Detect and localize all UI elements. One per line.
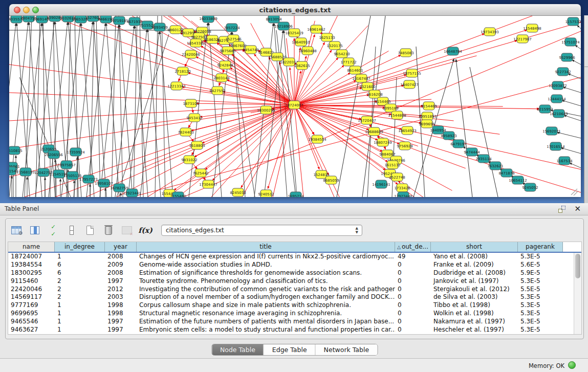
table-row[interactable]: 1830029562008Estimation of significance … <box>8 269 574 277</box>
show-columns-icon[interactable] <box>28 224 41 237</box>
table-cell: Wolkin et al. (1998) <box>431 310 518 318</box>
graph-node-label: 8958923 <box>441 134 456 138</box>
create-column-icon[interactable] <box>83 224 97 237</box>
table-panel: Table Panel ✕ ⚙ ✓✓ f(x) citations_edges.… <box>0 203 588 358</box>
graph-node-label: 18325419 <box>285 31 303 35</box>
table-settings-icon[interactable]: ⚙ <box>10 224 23 237</box>
citation-edge <box>470 67 498 197</box>
float-panel-icon[interactable] <box>558 206 565 213</box>
column-header-in_degree[interactable]: in_degree <box>55 242 105 252</box>
select-columns-icon[interactable]: ✓✓ <box>47 224 60 237</box>
citation-edge <box>241 105 294 188</box>
column-header-pagerank[interactable]: pagerank <box>518 242 563 252</box>
graph-node-label: 17359924 <box>67 150 85 155</box>
graph-node-label: 11568193 <box>16 170 35 174</box>
memory-status-label: Memory: OK <box>529 362 564 369</box>
table-cell: 5.9E-5 <box>518 269 563 277</box>
graph-node-label: 12217987 <box>513 37 532 41</box>
citation-edge <box>577 26 581 29</box>
table-row[interactable]: 1872400712008Changes of HCN gene express… <box>8 253 574 261</box>
table-row[interactable]: 969969511998Structural magnetic resonanc… <box>8 310 574 318</box>
graph-node-label: 8614601 <box>347 69 363 73</box>
citation-edge <box>294 105 539 109</box>
graph-node-label: 9242848 <box>217 63 233 68</box>
citation-edge <box>561 148 581 154</box>
table-cell: 9463627 <box>8 326 55 334</box>
citation-edge <box>412 56 477 73</box>
column-header-short[interactable]: short <box>431 242 518 252</box>
gear-icon: ⚙ <box>18 230 23 236</box>
table-row[interactable]: 911546021997Tourette syndrome. Phenomeno… <box>8 277 574 286</box>
graph-node-label: 8427552 <box>209 89 225 93</box>
table-row[interactable]: 946554611997Estimation of the future num… <box>8 318 574 326</box>
tab-node-table[interactable]: Node Table <box>212 344 264 355</box>
graph-node-label: 7485083 <box>398 51 413 55</box>
graph-node-label: 9154469 <box>421 104 437 108</box>
graph-node-label: 10654112 <box>509 179 527 183</box>
graph-node-label: 9831022 <box>181 158 197 162</box>
graph-node-label: 15720407 <box>358 119 376 123</box>
table-browser: ⚙ ✓✓ f(x) citations_edges.txt ▲▼ namein_… <box>5 218 584 339</box>
citation-edge <box>135 26 148 197</box>
table-cell: 2 <box>55 277 105 286</box>
float-panel-square-dotted <box>561 206 565 210</box>
graph-node-label: 7857224 <box>224 26 240 30</box>
table-cell: 0 <box>395 269 431 277</box>
table-row[interactable]: 2242004622012Investigating the contribut… <box>8 286 574 294</box>
citation-edge <box>120 25 133 197</box>
row-height-icon[interactable] <box>65 224 78 237</box>
network-window-titlebar[interactable]: citations_edges.txt <box>9 4 581 16</box>
table-cell: 0 <box>395 318 431 326</box>
close-panel-icon[interactable]: ✕ <box>574 204 581 213</box>
graph-node-label: 2935114 <box>475 157 492 161</box>
table-cell: 6 <box>55 269 105 277</box>
table-cell: 9465546 <box>8 318 55 326</box>
table-cell: 1 <box>55 301 105 310</box>
graph-node-label: 1771722 <box>340 60 356 64</box>
table-cell: 6 <box>55 261 105 269</box>
table-cell: Estimation of significance thresholds fo… <box>137 269 395 277</box>
table-row[interactable]: 1938455462009Genome-wide association stu… <box>8 261 574 269</box>
table-cell: Genome-wide association studies in ADHD. <box>137 261 395 269</box>
column-header-name[interactable]: name <box>8 242 55 252</box>
network-canvas[interactable]: 1872400740355747804355206914068390281910… <box>9 16 581 197</box>
table-cell: 0 <box>395 301 431 310</box>
table-row[interactable]: 946362711997Embryonic stem cells: a mode… <box>8 326 574 334</box>
table-cell: de Silva et al. (2003) <box>431 293 518 301</box>
graph-node-label: 1167534 <box>556 159 573 163</box>
graph-node-label: 8813054 <box>266 17 282 21</box>
graph-node-label: 1618803 <box>189 144 205 148</box>
table-cell: 19384554 <box>8 261 55 269</box>
graph-node-label: 16648784 <box>444 50 462 54</box>
tab-network-table[interactable]: Network Table <box>315 344 378 355</box>
graph-node-label: 1840954 <box>430 128 446 133</box>
graph-node-label: 7625442 <box>192 171 208 176</box>
table-cell: 18724007 <box>8 253 55 261</box>
graph-node-label: 1733426 <box>394 186 410 190</box>
table-row[interactable]: 977716911998Corpus callosum shape and si… <box>8 301 574 310</box>
table-cell: 5.6E-5 <box>518 261 563 269</box>
graph-node-label: 20206556 <box>45 153 63 157</box>
window-title: citations_edges.txt <box>9 6 581 14</box>
column-header-title[interactable]: title <box>137 242 395 252</box>
table-cell: Corpus callosum shape and size in male p… <box>137 301 395 310</box>
column-header-year[interactable]: year <box>105 242 137 252</box>
table-cell: 49 <box>395 253 431 261</box>
graph-node-label: 10951893 <box>418 115 437 119</box>
citation-edge <box>294 48 300 105</box>
table-cell: Disruption of a novel member of a sodium… <box>137 293 395 301</box>
scrollbar-thumb[interactable] <box>575 254 580 278</box>
delete-columns-icon[interactable] <box>102 224 115 237</box>
graph-node-label: 1321600 <box>359 85 375 89</box>
table-scrollbar[interactable] <box>574 253 581 334</box>
table-cell: 2012 <box>105 286 137 294</box>
function-builder-icon[interactable]: f(x) <box>139 224 152 237</box>
table-cell: 14569117 <box>8 293 55 301</box>
table-cell: Hescheler et al. (1997) <box>431 326 518 334</box>
tab-edge-table[interactable]: Edge Table <box>264 344 315 355</box>
table-row[interactable]: 1456911722003Disruption of a novel membe… <box>8 293 574 301</box>
delete-table-icon[interactable] <box>120 224 134 237</box>
column-header-out_de[interactable]: △out_de... <box>395 242 431 252</box>
citation-edge <box>212 32 231 197</box>
table-selector[interactable]: citations_edges.txt ▲▼ <box>161 225 362 236</box>
